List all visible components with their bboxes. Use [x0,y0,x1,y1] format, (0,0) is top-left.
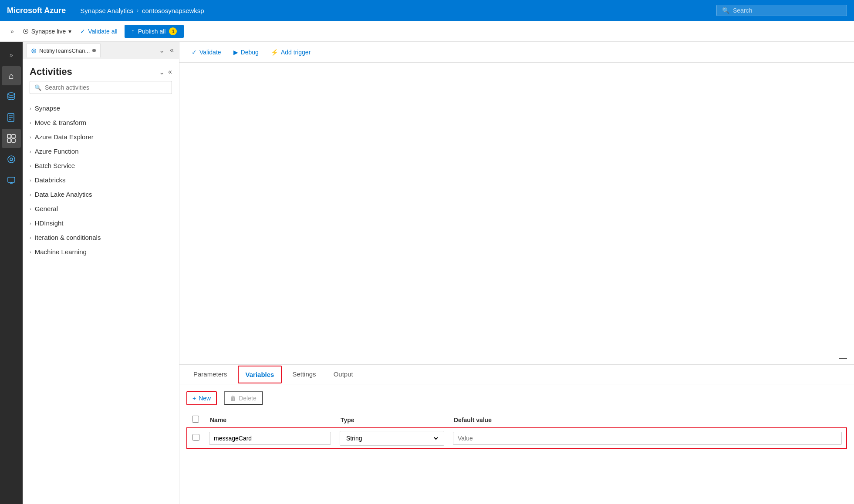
sidebar-item-documents[interactable] [2,108,21,127]
publish-icon: ↑ [132,28,135,35]
row-name-cell [205,428,335,449]
category-chevron-icon: › [30,235,31,240]
tab-settings[interactable]: Settings [285,366,323,383]
main-layout: » ⌂ [0,42,854,504]
tab-parameters[interactable]: Parameters [186,366,234,383]
panel-tab-bar: ⊛ NotifiyTeamsChan... ⌄ « [23,42,179,59]
collapse-down-icon[interactable]: ⌄ [157,45,166,55]
variables-table-header: Name Type Default value [187,412,847,428]
category-chevron-icon: › [30,134,31,140]
row-checkbox[interactable] [192,434,199,441]
activity-category-item[interactable]: ›Machine Learning [23,245,179,259]
type-select-wrapper[interactable]: String Boolean Array [340,431,444,446]
new-variable-button[interactable]: + New [186,391,217,405]
activities-collapse-icon[interactable]: « [168,68,172,76]
activity-category-item[interactable]: ›Move & transform [23,115,179,130]
global-search-box[interactable]: 🔍 [716,5,847,16]
activities-list: ›Synapse›Move & transform›Azure Data Exp… [23,99,179,504]
select-all-checkbox[interactable] [192,416,199,423]
plus-icon: + [192,395,196,402]
global-search-input[interactable] [733,7,841,14]
sub-toolbar: » ⦿ Synapse live ▾ ✓ Validate all ↑ Publ… [0,21,854,42]
variable-type-select[interactable]: String Boolean Array [344,434,439,442]
panel-tab-controls: ⌄ « [157,45,176,55]
activity-category-item[interactable]: ›Azure Function [23,144,179,158]
tab-output[interactable]: Output [327,366,360,383]
category-label: Data Lake Analytics [35,191,92,198]
add-trigger-button[interactable]: ⚡ Add trigger [266,46,316,58]
activities-title: Activities [30,66,72,77]
validate-icon: ✓ [80,28,85,35]
nav-collapse-button[interactable]: » [7,26,17,37]
validate-all-button[interactable]: ✓ Validate all [77,26,121,37]
category-chevron-icon: › [30,249,31,255]
trigger-btn-label: Add trigger [281,49,311,56]
row-checkbox-cell [187,428,205,449]
bottom-panel: Parameters Variables Settings Output + [179,365,854,504]
svg-rect-6 [12,134,15,138]
category-chevron-icon: › [30,178,31,183]
nav-workspace-label: contososynapsewksp [142,7,204,14]
top-bar-nav: Synapse Analytics › contososynapsewksp [80,7,204,14]
pipeline-tab[interactable]: ⊛ NotifiyTeamsChan... [26,44,101,57]
synapse-live-button[interactable]: ⦿ Synapse live ▾ [19,26,75,37]
svg-point-0 [8,93,15,95]
top-bar-divider [73,4,73,17]
activity-category-item[interactable]: ›General [23,202,179,216]
canvas-minimize-icon[interactable]: — [839,353,847,363]
debug-button[interactable]: ▶ Debug [228,46,264,58]
col-header-checkbox [187,412,205,428]
table-row: String Boolean Array [187,428,847,449]
category-chevron-icon: › [30,149,31,154]
publish-all-button[interactable]: ↑ Publish all 1 [125,25,184,38]
sidebar-collapse-button[interactable]: » [2,45,21,64]
svg-rect-11 [8,177,15,182]
global-search-icon: 🔍 [722,7,729,14]
variable-name-input[interactable] [209,432,331,445]
category-label: Move & transform [35,119,86,126]
sidebar-icons: » ⌂ [0,42,23,504]
trash-icon: 🗑 [230,395,236,402]
live-dropdown-icon: ▾ [68,28,71,35]
activity-category-item[interactable]: ›Data Lake Analytics [23,187,179,202]
activities-search-box[interactable]: 🔍 [30,81,172,94]
sidebar-item-database[interactable] [2,87,21,106]
variable-default-input[interactable] [453,432,842,445]
validate-btn-label: Validate [199,49,221,56]
variables-table-body: String Boolean Array [187,428,847,449]
category-label: Databricks [35,176,66,184]
pipeline-canvas[interactable]: — [179,63,854,365]
activity-category-item[interactable]: ›Synapse [23,101,179,115]
category-label: Azure Data Explorer [35,133,94,141]
content-toolbar: ✓ Validate ▶ Debug ⚡ Add trigger [179,42,854,63]
activity-category-item[interactable]: ›Databricks [23,173,179,187]
validate-button[interactable]: ✓ Validate [186,46,226,58]
sidebar-item-monitor[interactable] [2,150,21,169]
variables-toolbar: + New 🗑 Delete [186,391,847,405]
svg-rect-7 [7,139,11,142]
trigger-btn-icon: ⚡ [271,49,278,56]
activity-category-item[interactable]: ›Azure Data Explorer [23,130,179,144]
activity-category-item[interactable]: ›Batch Service [23,158,179,173]
activities-sort-icon[interactable]: ⌄ [159,68,165,76]
sidebar-item-home[interactable]: ⌂ [2,66,21,85]
brand-label: Microsoft Azure [7,6,66,15]
delete-btn-label: Delete [239,395,256,402]
col-header-type: Type [335,412,449,428]
activity-category-item[interactable]: ›HDInsight [23,216,179,230]
collapse-left-icon[interactable]: « [168,45,176,55]
unsaved-indicator [92,49,96,52]
row-default-value-cell [449,428,847,449]
activities-search-input[interactable] [45,84,167,91]
sidebar-item-manage[interactable] [2,171,21,190]
category-label: Synapse [35,104,60,112]
svg-point-10 [10,158,13,161]
sidebar-item-pipeline[interactable] [2,129,21,148]
activity-category-item[interactable]: ›Iteration & conditionals [23,230,179,245]
search-icon: 🔍 [34,84,41,91]
live-icon: ⦿ [23,28,29,35]
tab-variables[interactable]: Variables [238,366,282,383]
category-chevron-icon: › [30,120,31,125]
delete-variable-button[interactable]: 🗑 Delete [224,391,262,405]
category-chevron-icon: › [30,192,31,197]
